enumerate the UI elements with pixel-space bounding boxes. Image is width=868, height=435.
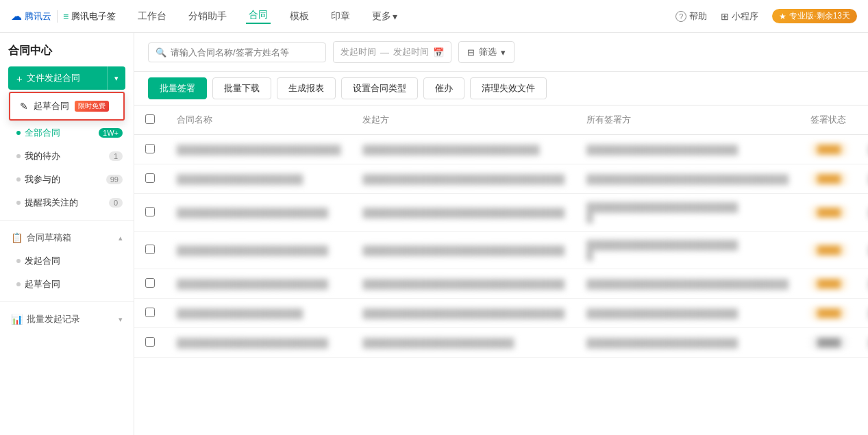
nav-more-label: 更多	[372, 10, 391, 23]
draft-contract-dot	[16, 282, 21, 286]
help-button[interactable]: ? 帮助	[675, 10, 707, 23]
file-upload-button[interactable]: + 文件发起合同	[8, 66, 107, 90]
draft-section-header[interactable]: 📋 合同草稿箱 ▴	[0, 226, 134, 249]
contract-name-cell: ████████████████████	[177, 308, 303, 319]
draft-contract-label: 起草合同	[34, 100, 69, 112]
clear-invalid-button[interactable]: 清理失效文件	[470, 77, 547, 99]
contract-name-cell: ████████████████████████	[177, 279, 328, 289]
calendar-icon: 📅	[433, 47, 444, 58]
search-input-wrap[interactable]: 🔍	[148, 42, 326, 62]
status-cell: ████	[810, 143, 847, 156]
vip-badge[interactable]: ★ 专业版·剩余13天	[772, 9, 857, 23]
date-separator: —	[380, 47, 389, 58]
nav-distribution[interactable]: 分销助手	[186, 10, 230, 23]
table-head: 合同名称 发起方 所有签署方 签署状态 合同类型	[134, 105, 868, 135]
col-initiator: 发起方	[351, 105, 575, 135]
filter-icon: ⊟	[467, 47, 475, 58]
row-checkbox[interactable]	[145, 144, 155, 153]
nav-more[interactable]: 更多 ▾	[369, 10, 400, 23]
nav-template[interactable]: 模板	[287, 10, 312, 23]
table-row[interactable]: ██████████████████████████ █████████████…	[134, 135, 868, 164]
nav-contract[interactable]: 合同	[246, 9, 271, 24]
row-checkbox[interactable]	[145, 278, 155, 288]
edit-icon: ✎	[20, 101, 28, 112]
contract-name-cell: ██████████████████████████	[177, 145, 340, 155]
date-end-label: 发起时间	[393, 46, 429, 58]
my-todo-label: 我的待办	[25, 150, 60, 162]
contract-name-cell: ████████████████████████	[177, 245, 328, 256]
select-all-checkbox[interactable]	[145, 114, 155, 124]
status-cell: ████	[810, 336, 847, 349]
vip-label: 专业版·剩余13天	[789, 10, 850, 22]
sidebar-item-draft-contract[interactable]: 起草合同	[0, 273, 134, 296]
table-row[interactable]: ████████████████████ ███████████████████…	[134, 299, 868, 328]
table-row[interactable]: ████████████████████████ ███████████████…	[134, 269, 868, 299]
row-checkbox[interactable]	[145, 337, 155, 347]
participated-dot	[16, 177, 21, 182]
nav-right: ? 帮助 ⊞ 小程序 ★ 专业版·剩余13天	[675, 9, 857, 23]
draft-contract-item[interactable]: ✎ 起草合同 限时免费	[9, 92, 125, 121]
tencent-cloud-logo[interactable]: ☁ 腾讯云	[11, 10, 51, 23]
help-label: 帮助	[689, 10, 707, 23]
active-dot	[16, 131, 21, 135]
table-body: ██████████████████████████ █████████████…	[134, 135, 868, 358]
main-layout: 合同中心 + 文件发起合同 ▾ ✎ 起草合同 限时免费	[0, 33, 868, 435]
free-badge: 限时免费	[75, 101, 109, 112]
batch-download-button[interactable]: 批量下载	[212, 77, 271, 99]
batch-sign-button[interactable]: 批量签署	[148, 77, 207, 99]
search-input[interactable]	[171, 47, 319, 58]
generate-report-button[interactable]: 生成报表	[277, 77, 336, 99]
reminded-label: 提醒我关注的	[25, 197, 78, 209]
table-row[interactable]: ████████████████████ ███████████████████…	[134, 164, 868, 194]
initiate-dot	[16, 259, 21, 263]
chevron-down-icon: ▾	[114, 74, 119, 82]
date-range-picker[interactable]: 发起时间 — 发起时间 📅	[333, 41, 451, 63]
sidebar-item-all-contracts[interactable]: 全部合同 1W+	[0, 121, 134, 145]
sidebar-item-my-participated[interactable]: 我参与的 99	[0, 168, 134, 191]
row-checkbox[interactable]	[145, 173, 155, 183]
row-checkbox[interactable]	[145, 308, 155, 317]
col-type: 合同类型	[858, 105, 868, 135]
esign-icon: ≡	[63, 11, 69, 22]
signers-cell: █████████████████████████	[586, 240, 738, 260]
chevron-down-icon-2: ▾	[119, 315, 123, 324]
nav-seal[interactable]: 印章	[328, 10, 353, 23]
filter-button[interactable]: ⊟ 筛选 ▾	[458, 41, 514, 63]
set-type-button[interactable]: 设置合同类型	[341, 77, 418, 99]
tencent-cloud-label: 腾讯云	[25, 10, 51, 23]
cloud-icon: ☁	[11, 10, 22, 23]
initiator-cell: ████████████████████████████	[362, 145, 539, 155]
row-checkbox[interactable]	[145, 207, 155, 216]
status-cell: ████	[810, 307, 847, 319]
date-start-label: 发起时间	[340, 46, 376, 58]
sidebar-item-my-todo[interactable]: 我的待办 1	[0, 145, 134, 168]
miniapp-button[interactable]: ⊞ 小程序	[721, 10, 758, 23]
row-checkbox[interactable]	[145, 245, 155, 254]
remind-button[interactable]: 催办	[423, 77, 464, 99]
star-icon: ★	[779, 12, 786, 21]
status-cell: ████	[810, 277, 847, 290]
table-row[interactable]: ████████████████████████ ███████████████…	[134, 232, 868, 269]
main-content: 🔍 发起时间 — 发起时间 📅 ⊟ 筛选 ▾ 批量签署 批量下载 生成报表 设置…	[134, 33, 868, 435]
nav-workbench[interactable]: 工作台	[135, 10, 169, 23]
signers-cell: ████████████████████████████████	[586, 174, 789, 184]
signers-cell: ████████████████████████	[586, 308, 738, 319]
esign-label: 腾讯电子签	[71, 10, 116, 23]
initiator-cell: ████████████████████████	[362, 338, 514, 348]
file-upload-dropdown-arrow[interactable]: ▾	[107, 66, 125, 90]
sidebar-item-reminded[interactable]: 提醒我关注的 0	[0, 191, 134, 214]
chevron-down-icon: ▾	[393, 11, 397, 22]
status-cell: ████	[810, 244, 847, 256]
help-icon: ?	[675, 11, 686, 22]
all-contracts-label: 全部合同	[25, 127, 60, 139]
table-row[interactable]: ████████████████████████ ███████████████…	[134, 194, 868, 232]
table-row[interactable]: ████████████████████████ ███████████████…	[134, 328, 868, 358]
filter-chevron-icon: ▾	[501, 47, 506, 58]
sidebar-item-initiate-contract[interactable]: 发起合同	[0, 249, 134, 273]
esign-logo[interactable]: ≡ 腾讯电子签	[63, 10, 116, 23]
batch-section-header[interactable]: 📊 批量发起记录 ▾	[0, 308, 134, 331]
contract-name-cell: ████████████████████████	[177, 338, 328, 348]
draft-contract-nav-label: 起草合同	[25, 278, 60, 290]
draft-icon: 📋	[11, 232, 23, 243]
initiator-cell: ████████████████████████████████	[362, 245, 565, 256]
